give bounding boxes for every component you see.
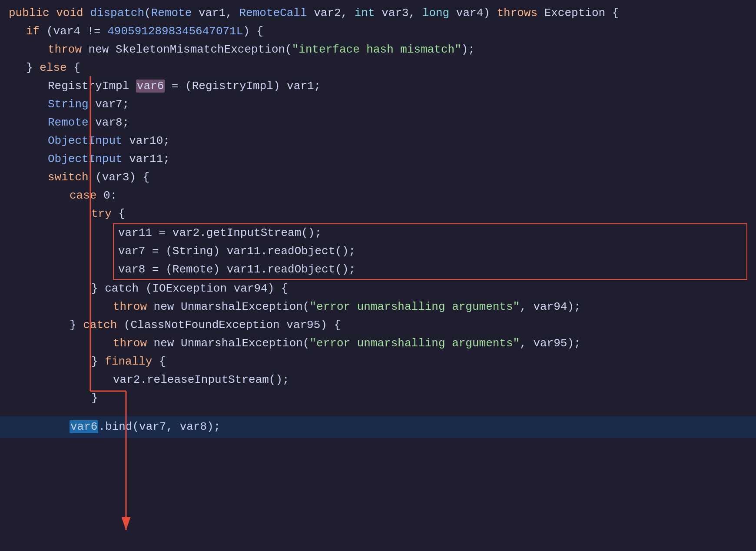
code-line-17: throw new UnmarshalException("error unma… (0, 298, 756, 316)
code-line-9: ObjectInput var11; (0, 150, 756, 169)
code-line-3: throw new SkeletonMismatchException("int… (0, 41, 756, 59)
code-line-7: Remote var8; (0, 114, 756, 132)
code-line-2: if (var4 != 4905912898345647071L) { (0, 23, 756, 41)
code-line-20: } finally { (0, 353, 756, 371)
code-line-21: var2.releaseInputStream(); (0, 371, 756, 389)
code-line-8: ObjectInput var10; (0, 132, 756, 150)
code-line-10: switch (var3) { (0, 169, 756, 187)
code-line-6: String var7; (0, 96, 756, 114)
code-line-13: var11 = var2.getInputStream(); (114, 224, 746, 242)
code-line-15: var8 = (Remote) var11.readObject(); (114, 261, 746, 279)
code-line-23: var6.bind(var7, var8); (0, 416, 756, 438)
code-line-4: } else { (0, 59, 756, 77)
code-line-19: throw new UnmarshalException("error unma… (0, 335, 756, 353)
code-line-5: RegistryImpl var6 = (RegistryImpl) var1; (0, 77, 756, 96)
code-line-14: var7 = (String) var11.readObject(); (114, 242, 746, 261)
code-editor: public void dispatch(Remote var1, Remote… (0, 0, 756, 442)
red-box-highlight: var11 = var2.getInputStream(); var7 = (S… (113, 223, 747, 280)
code-line-12: try { (0, 205, 756, 223)
code-line-16: } catch (IOException var94) { (0, 280, 756, 298)
code-line-1: public void dispatch(Remote var1, Remote… (0, 4, 756, 23)
code-line-18: } catch (ClassNotFoundException var95) { (0, 316, 756, 335)
code-line-11: case 0: (0, 187, 756, 205)
code-line-22: } (0, 389, 756, 408)
